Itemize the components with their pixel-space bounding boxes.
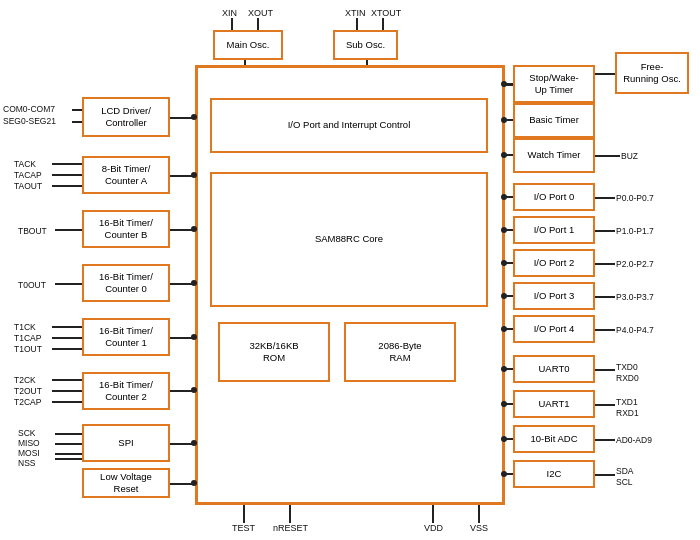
port2-hline (595, 263, 615, 265)
seg0-label: SEG0-SEG21 (3, 116, 56, 126)
p2-label: P2.0-P2.7 (616, 259, 654, 269)
nss-label: NSS (18, 458, 35, 468)
test-vline (243, 505, 245, 523)
adc-box: 10-Bit ADC (513, 425, 595, 453)
scl-label: SCL (616, 477, 633, 487)
io-interrupt-box: I/O Port and Interrupt Control (210, 98, 488, 153)
chip-watch-hline (503, 154, 513, 156)
lcd-hline2 (72, 121, 82, 123)
adc-hline (595, 439, 615, 441)
stop-wakeup-box: Stop/Wake-Up Timer (513, 65, 595, 103)
xout-label: XOUT (248, 8, 273, 18)
main-osc-box: Main Osc. (213, 30, 283, 60)
timer16-0-box: 16-Bit Timer/Counter 0 (82, 264, 170, 302)
miso-label: MISO (18, 438, 40, 448)
chip-basic-hline (503, 119, 513, 121)
timerb-dot (191, 226, 197, 232)
timer16b-label: 16-Bit Timer/Counter B (99, 217, 153, 242)
io-interrupt-label: I/O Port and Interrupt Control (288, 119, 411, 131)
io-port1-box: I/O Port 1 (513, 216, 595, 244)
basic-timer-box: Basic Timer (513, 103, 595, 138)
chip-i2c-hline (503, 473, 513, 475)
main-osc-label: Main Osc. (227, 39, 270, 51)
buz-hline (595, 155, 620, 157)
timer2-in2 (52, 390, 82, 392)
chip-port4-hline (503, 328, 513, 330)
adc-label: 10-Bit ADC (531, 433, 578, 445)
spi-in4 (55, 458, 82, 460)
txd0-label: TXD0 (616, 362, 638, 372)
sub-osc-box: Sub Osc. (333, 30, 398, 60)
sam88-core-box: SAM88RC Core (210, 172, 488, 307)
timer8a-in2 (52, 174, 82, 176)
uart0-label: UART0 (539, 363, 570, 375)
timer16-0-label: 16-Bit Timer/Counter 0 (99, 271, 153, 296)
chip-adc-hline (503, 438, 513, 440)
mosi-label: MOSI (18, 448, 40, 458)
timer8a-box: 8-Bit Timer/Counter A (82, 156, 170, 194)
lcd-dot (191, 114, 197, 120)
io-port4-label: I/O Port 4 (534, 323, 575, 335)
t2out-label: T2OUT (14, 386, 42, 396)
chip-port0-hline (503, 196, 513, 198)
vss-label: VSS (470, 523, 488, 533)
xtout-label: XTOUT (371, 8, 401, 18)
rxd1-label: RXD1 (616, 408, 639, 418)
port3-hline (595, 296, 615, 298)
chip-stop-hline (503, 83, 513, 85)
taout-label: TAOUT (14, 181, 42, 191)
io-port0-label: I/O Port 0 (534, 191, 575, 203)
xin-vline (231, 18, 233, 30)
sub-osc-label: Sub Osc. (346, 39, 385, 51)
chip-uart1-hline (503, 403, 513, 405)
timer16-1-label: 16-Bit Timer/Counter 1 (99, 325, 153, 350)
io-port2-label: I/O Port 2 (534, 257, 575, 269)
spi-in2 (55, 443, 82, 445)
ram-box: 2086-ByteRAM (344, 322, 456, 382)
low-voltage-label: Low VoltageReset (100, 471, 152, 496)
tbout-label: TBOUT (18, 226, 47, 236)
lvr-dot (191, 480, 197, 486)
timer1-in2 (52, 337, 82, 339)
buz-label: BUZ (621, 151, 638, 161)
lcd-driver-label: LCD Driver/Controller (101, 105, 151, 130)
free-hline (595, 73, 615, 75)
free-running-label: Free-Running Osc. (623, 61, 681, 86)
t1cap-label: T1CAP (14, 333, 41, 343)
spi-in1 (55, 433, 82, 435)
lcd-hline1 (72, 109, 82, 111)
xtout-vline (382, 18, 384, 30)
chip-uart0-hline (503, 368, 513, 370)
uart1-hline (595, 404, 615, 406)
p3-label: P3.0-P3.7 (616, 292, 654, 302)
p4-label: P4.0-P4.7 (616, 325, 654, 335)
watch-timer-box: Watch Timer (513, 138, 595, 173)
i2c-hline (595, 474, 615, 476)
xtin-vline (356, 18, 358, 30)
ad-label: AD0-AD9 (616, 435, 652, 445)
tacap-label: TACAP (14, 170, 42, 180)
t0out-label: T0OUT (18, 280, 46, 290)
txd1-label: TXD1 (616, 397, 638, 407)
timer8a-label: 8-Bit Timer/Counter A (102, 163, 151, 188)
timer0-in (55, 283, 82, 285)
ram-label: 2086-ByteRAM (378, 340, 421, 365)
timer2-in1 (52, 379, 82, 381)
i2c-label: I2C (547, 468, 562, 480)
xtin-label: XTIN (345, 8, 366, 18)
tack-label: TACK (14, 159, 36, 169)
chip-port1-hline (503, 229, 513, 231)
port1-hline (595, 230, 615, 232)
timer16-2-label: 16-Bit Timer/Counter 2 (99, 379, 153, 404)
spi-dot (191, 440, 197, 446)
port0-hline (595, 197, 615, 199)
nreset-vline (289, 505, 291, 523)
uart1-box: UART1 (513, 390, 595, 418)
io-port3-label: I/O Port 3 (534, 290, 575, 302)
timer8a-in1 (52, 163, 82, 165)
io-port3-box: I/O Port 3 (513, 282, 595, 310)
t1out-label: T1OUT (14, 344, 42, 354)
com0-label: COM0-COM7 (3, 104, 55, 114)
io-port1-label: I/O Port 1 (534, 224, 575, 236)
vdd-label: VDD (424, 523, 443, 533)
